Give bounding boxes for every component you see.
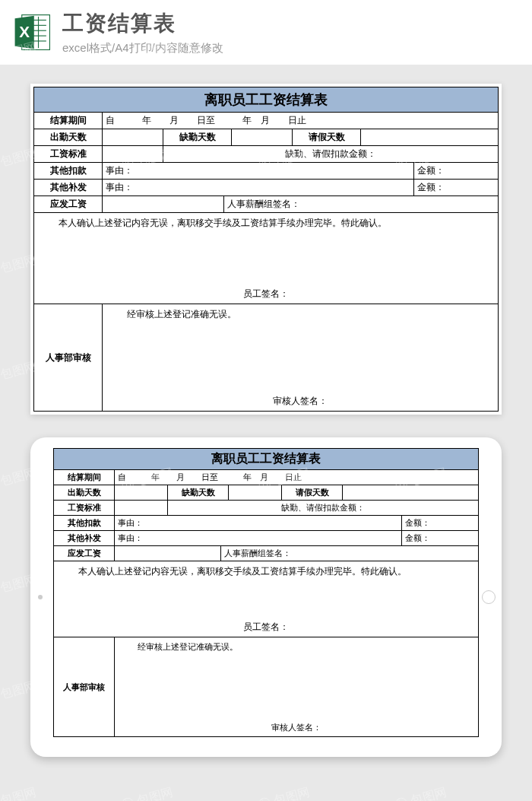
period-label: 结算期间 [34, 113, 103, 129]
other-add-reason: 事由： [115, 531, 402, 545]
attend-label: 出勤天数 [34, 129, 103, 145]
other-add-reason: 事由： [103, 180, 414, 195]
audit-content: 经审核上述登记准确无误。 审核人签名： [103, 304, 498, 411]
salary-form: 离职员工工资结算表 结算期间 自 年 月 日至 年 月 日止 出勤天数 缺勤天数… [33, 87, 499, 412]
confirm-block: 本人确认上述登记内容无误，离职移交手续及工资结算手续办理完毕。特此确认。 员工签… [54, 561, 478, 637]
auditor-sign-label: 审核人签名： [103, 395, 498, 408]
row-other-deduct: 其他扣款 事由： 金额： [54, 516, 478, 531]
hr-sign-label: 人事薪酬组签名： [221, 546, 478, 561]
other-add-amount: 金额： [402, 531, 478, 545]
watermark-text: ⓑ 包图网 [257, 784, 312, 801]
payable-value [103, 196, 224, 212]
period-value: 自 年 月 日至 年 月 日止 [115, 470, 478, 485]
confirm-block: 本人确认上述登记内容无误，离职移交手续及工资结算手续办理完毕。特此确认。 员工签… [34, 213, 498, 304]
payable-label: 应发工资 [34, 196, 103, 212]
page-title: 工资结算表 [62, 9, 521, 38]
confirm-text: 本人确认上述登记内容无误，离职移交手续及工资结算手续办理完毕。特此确认。 [60, 564, 472, 579]
attend-value [115, 485, 168, 500]
standard-label: 工资标准 [34, 146, 103, 162]
leave-value [361, 129, 498, 145]
deduct-label: 缺勤、请假扣款金额： [163, 146, 498, 162]
employee-sign-label: 员工签名： [54, 621, 478, 634]
form-title: 离职员工工资结算表 [54, 449, 478, 470]
auditor-sign-label: 审核人签名： [115, 722, 478, 733]
leave-value [343, 485, 478, 500]
standard-value [103, 146, 163, 162]
watermark-text: ⓑ 包图网 [120, 784, 175, 801]
payable-value [115, 546, 221, 561]
audit-block: 人事部审核 经审核上述登记准确无误。 审核人签名： [54, 637, 478, 736]
header-text: 工资结算表 excel格式/A4打印/内容随意修改 [62, 9, 521, 56]
audit-text: 经审核上述登记准确无误。 [121, 640, 472, 654]
watermark-text: ⓑ 包图网 [0, 784, 38, 801]
salary-form-tablet: 离职员工工资结算表 结算期间 自 年 月 日至 年 月 日止 出勤天数 缺勤天数… [53, 448, 479, 737]
other-add-label: 其他补发 [34, 180, 103, 195]
attend-label: 出勤天数 [54, 485, 115, 500]
leave-label: 请假天数 [282, 485, 343, 500]
absent-value [229, 485, 282, 500]
other-add-amount: 金额： [414, 180, 498, 195]
standard-label: 工资标准 [54, 501, 115, 515]
other-deduct-label: 其他扣款 [34, 163, 103, 179]
employee-sign-label: 员工签名： [34, 288, 498, 300]
confirm-text: 本人确认上述登记内容无误，离职移交手续及工资结算手续办理完毕。特此确认。 [40, 216, 492, 230]
row-payable: 应发工资 人事薪酬组签名： [34, 196, 498, 213]
hr-sign-label: 人事薪酬组签名： [224, 196, 498, 212]
row-other-add: 其他补发 事由： 金额： [54, 531, 478, 546]
period-value: 自 年 月 日至 年 月 日止 [103, 113, 498, 129]
row-attendance: 出勤天数 缺勤天数 请假天数 [54, 485, 478, 501]
other-deduct-reason: 事由： [103, 163, 414, 179]
excel-icon: X [11, 11, 53, 53]
row-attendance: 出勤天数 缺勤天数 请假天数 [34, 129, 498, 146]
page-subtitle: excel格式/A4打印/内容随意修改 [62, 41, 521, 56]
other-deduct-label: 其他扣款 [54, 516, 115, 530]
other-deduct-reason: 事由： [115, 516, 402, 530]
absent-label: 缺勤天数 [163, 129, 232, 145]
row-other-deduct: 其他扣款 事由： 金额： [34, 163, 498, 180]
deduct-label: 缺勤、请假扣款金额： [168, 501, 478, 515]
tablet-mockup: 离职员工工资结算表 结算期间 自 年 月 日至 年 月 日止 出勤天数 缺勤天数… [30, 437, 502, 757]
audit-text: 经审核上述登记准确无误。 [109, 307, 492, 322]
row-other-add: 其他补发 事由： 金额： [34, 180, 498, 196]
row-standard: 工资标准 缺勤、请假扣款金额： [34, 146, 498, 163]
row-period: 结算期间 自 年 月 日至 年 月 日止 [54, 470, 478, 485]
row-period: 结算期间 自 年 月 日至 年 月 日止 [34, 113, 498, 129]
standard-value [115, 501, 168, 515]
other-add-label: 其他补发 [54, 531, 115, 545]
form-title: 离职员工工资结算表 [34, 87, 498, 113]
other-deduct-amount: 金额： [402, 516, 478, 530]
header-bar: X 工资结算表 excel格式/A4打印/内容随意修改 [0, 0, 532, 65]
svg-text:X: X [19, 23, 30, 40]
leave-label: 请假天数 [293, 129, 361, 145]
absent-label: 缺勤天数 [168, 485, 229, 500]
attend-value [103, 129, 163, 145]
preview-card-main: 离职员工工资结算表 结算期间 自 年 月 日至 年 月 日止 出勤天数 缺勤天数… [30, 84, 502, 415]
audit-block: 人事部审核 经审核上述登记准确无误。 审核人签名： [34, 304, 498, 411]
payable-label: 应发工资 [54, 546, 115, 561]
audit-content: 经审核上述登记准确无误。 审核人签名： [115, 637, 478, 736]
period-label: 结算期间 [54, 470, 115, 485]
watermark-text: ⓑ 包图网 [394, 784, 448, 801]
audit-label: 人事部审核 [54, 637, 115, 736]
row-standard: 工资标准 缺勤、请假扣款金额： [54, 501, 478, 516]
row-payable: 应发工资 人事薪酬组签名： [54, 546, 478, 561]
audit-label: 人事部审核 [34, 304, 103, 411]
other-deduct-amount: 金额： [414, 163, 498, 179]
absent-value [232, 129, 293, 145]
